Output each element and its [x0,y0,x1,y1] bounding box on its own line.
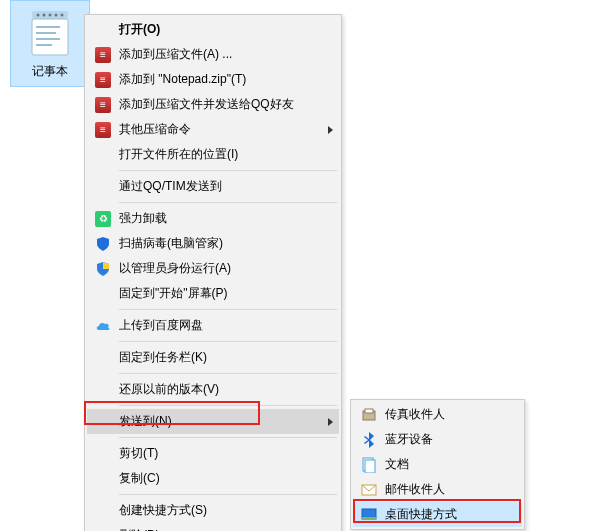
blank-icon [91,501,115,521]
menu-separator [119,341,337,342]
uninstall-icon: ♻ [91,209,115,229]
archive-icon: ≡ [91,120,115,140]
menu-separator [119,405,337,406]
svg-point-2 [43,14,46,17]
document-icon [357,455,381,475]
menu-item-upload-baidu[interactable]: 上传到百度网盘 [87,313,339,338]
svg-point-3 [49,14,52,17]
svg-point-1 [37,14,40,17]
menu-item-scan-virus[interactable]: 扫描病毒(电脑管家) [87,231,339,256]
menu-label: 传真收件人 [385,406,516,423]
menu-item-archive-qq[interactable]: ≡ 添加到压缩文件并发送给QQ好友 [87,92,339,117]
menu-item-cut[interactable]: 剪切(T) [87,441,339,466]
menu-label: 固定到任务栏(K) [119,349,333,366]
menu-separator [119,202,337,203]
blank-icon [91,284,115,304]
fax-icon [357,405,381,425]
menu-separator [119,373,337,374]
svg-rect-14 [365,460,375,473]
menu-label: 添加到压缩文件(A) ... [119,46,333,63]
archive-icon: ≡ [91,70,115,90]
menu-item-other-archive[interactable]: ≡ 其他压缩命令 [87,117,339,142]
admin-shield-icon [91,259,115,279]
archive-icon: ≡ [91,45,115,65]
svg-rect-12 [365,409,373,413]
blank-icon [91,20,115,40]
submenu-item-fax[interactable]: 传真收件人 [353,402,522,427]
menu-item-restore-version[interactable]: 还原以前的版本(V) [87,377,339,402]
desktop-icon-label: 记事本 [13,63,87,80]
menu-label: 发送到(N) [119,413,322,430]
menu-label: 文档 [385,456,516,473]
notepad-icon [26,9,74,57]
chevron-right-icon [328,418,333,426]
menu-label: 删除(D) [119,527,333,531]
menu-item-add-notepad-zip[interactable]: ≡ 添加到 "Notepad.zip"(T) [87,67,339,92]
menu-label: 打开文件所在的位置(I) [119,146,333,163]
menu-item-create-shortcut[interactable]: 创建快捷方式(S) [87,498,339,523]
menu-label: 还原以前的版本(V) [119,381,333,398]
shield-icon [91,234,115,254]
sendto-submenu: 传真收件人 蓝牙设备 文档 邮件收件人 桌面快捷方式 [350,399,525,530]
blank-icon [91,348,115,368]
blank-icon [91,469,115,489]
blank-icon [91,444,115,464]
chevron-right-icon [328,126,333,134]
blank-icon [91,412,115,432]
blank-icon [91,177,115,197]
mail-icon [357,480,381,500]
bluetooth-icon [357,430,381,450]
menu-label: 复制(C) [119,470,333,487]
submenu-item-mail[interactable]: 邮件收件人 [353,477,522,502]
menu-label: 蓝牙设备 [385,431,516,448]
menu-separator [119,437,337,438]
svg-point-4 [55,14,58,17]
menu-label: 剪切(T) [119,445,333,462]
menu-separator [119,309,337,310]
blank-icon [91,380,115,400]
menu-label: 其他压缩命令 [119,121,322,138]
submenu-item-desktop-shortcut[interactable]: 桌面快捷方式 [353,502,522,527]
menu-separator [119,170,337,171]
menu-label: 扫描病毒(电脑管家) [119,235,333,252]
menu-item-send-qq-tim[interactable]: 通过QQ/TIM发送到 [87,174,339,199]
svg-rect-17 [362,517,376,519]
menu-label: 添加到 "Notepad.zip"(T) [119,71,333,88]
menu-label: 打开(O) [119,21,333,38]
menu-label: 桌面快捷方式 [385,506,516,523]
menu-label: 上传到百度网盘 [119,317,333,334]
cloud-upload-icon [91,316,115,336]
menu-label: 创建快捷方式(S) [119,502,333,519]
menu-label: 固定到"开始"屏幕(P) [119,285,333,302]
menu-item-run-admin[interactable]: 以管理员身份运行(A) [87,256,339,281]
svg-rect-6 [32,19,68,55]
menu-item-pin-start[interactable]: 固定到"开始"屏幕(P) [87,281,339,306]
menu-separator [119,494,337,495]
menu-item-uninstall[interactable]: ♻ 强力卸载 [87,206,339,231]
archive-icon: ≡ [91,95,115,115]
menu-label: 邮件收件人 [385,481,516,498]
blank-icon [91,145,115,165]
desktop-icon-notepad[interactable]: 记事本 [10,0,90,87]
menu-label: 强力卸载 [119,210,333,227]
menu-label: 以管理员身份运行(A) [119,260,333,277]
svg-point-5 [61,14,64,17]
menu-item-copy[interactable]: 复制(C) [87,466,339,491]
menu-label: 添加到压缩文件并发送给QQ好友 [119,96,333,113]
submenu-item-bluetooth[interactable]: 蓝牙设备 [353,427,522,452]
menu-item-open[interactable]: 打开(O) [87,17,339,42]
menu-item-open-location[interactable]: 打开文件所在的位置(I) [87,142,339,167]
blank-icon [91,526,115,532]
menu-label: 通过QQ/TIM发送到 [119,178,333,195]
submenu-item-documents[interactable]: 文档 [353,452,522,477]
desktop-icon [357,505,381,525]
menu-item-add-archive[interactable]: ≡ 添加到压缩文件(A) ... [87,42,339,67]
menu-item-delete[interactable]: 删除(D) [87,523,339,531]
menu-item-send-to[interactable]: 发送到(N) [87,409,339,434]
menu-item-pin-taskbar[interactable]: 固定到任务栏(K) [87,345,339,370]
context-menu: 打开(O) ≡ 添加到压缩文件(A) ... ≡ 添加到 "Notepad.zi… [84,14,342,531]
